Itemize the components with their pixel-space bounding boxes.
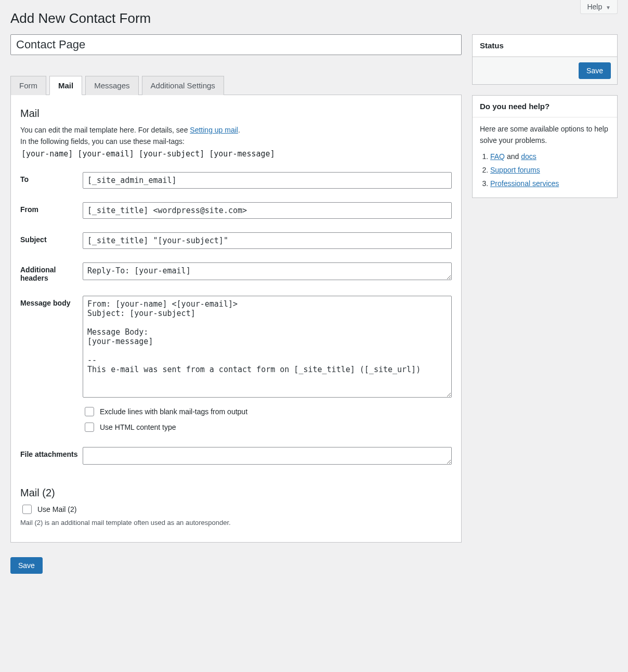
mail2-heading: Mail (2)	[20, 487, 452, 499]
mail-heading: Mail	[20, 108, 452, 120]
save-button-side[interactable]: Save	[579, 62, 611, 79]
to-label: To	[20, 172, 83, 183]
help-title: Do you need help?	[473, 96, 617, 117]
faq-link[interactable]: FAQ	[490, 152, 505, 161]
exclude-blank-checkbox[interactable]	[85, 407, 94, 416]
use-html-checkbox[interactable]	[85, 423, 94, 432]
list-item: Support forums	[490, 165, 610, 176]
use-mail2-checkbox[interactable]	[22, 505, 32, 514]
use-html-label: Use HTML content type	[100, 423, 176, 431]
setting-up-mail-link[interactable]: Setting up mail	[190, 126, 238, 134]
professional-services-link[interactable]: Professional services	[490, 179, 559, 188]
tab-bar: Form Mail Messages Additional Settings	[10, 76, 462, 95]
and-text: and	[505, 152, 521, 161]
list-item: FAQ and docs	[490, 151, 610, 163]
file-attachments-input[interactable]	[83, 447, 452, 465]
chevron-down-icon: ▼	[606, 5, 611, 10]
to-input[interactable]	[83, 172, 452, 189]
from-input[interactable]	[83, 202, 452, 219]
save-button-bottom[interactable]: Save	[10, 557, 43, 574]
mail-intro-text: You can edit the mail template here. For…	[20, 126, 190, 134]
subject-input[interactable]	[83, 232, 452, 249]
help-intro: Here are some available options to help …	[480, 124, 610, 146]
status-postbox: Status Save	[472, 34, 618, 85]
tab-additional-settings[interactable]: Additional Settings	[142, 76, 224, 95]
mail-intro-line2: In the following fields, you can use the…	[20, 137, 185, 146]
exclude-blank-label: Exclude lines with blank mail-tags from …	[100, 407, 247, 416]
list-item: Professional services	[490, 178, 610, 190]
mail-intro: You can edit the mail template here. For…	[20, 125, 452, 147]
form-title-input[interactable]	[10, 34, 462, 55]
message-body-label: Message body	[20, 296, 83, 307]
mail2-note: Mail (2) is an additional mail template …	[20, 519, 452, 526]
use-mail2-label: Use Mail (2)	[37, 505, 76, 513]
tab-messages[interactable]: Messages	[85, 76, 138, 95]
from-label: From	[20, 202, 83, 214]
status-title: Status	[473, 35, 617, 57]
page-title: Add New Contact Form	[10, 0, 618, 34]
docs-link[interactable]: docs	[521, 152, 537, 161]
tab-form[interactable]: Form	[10, 76, 46, 95]
help-postbox: Do you need help? Here are some availabl…	[472, 95, 618, 198]
additional-headers-input[interactable]	[83, 262, 452, 280]
support-forums-link[interactable]: Support forums	[490, 166, 540, 174]
mail-intro-period: .	[238, 126, 240, 134]
mail-panel: Mail You can edit the mail template here…	[10, 95, 462, 543]
subject-label: Subject	[20, 232, 83, 244]
tab-mail[interactable]: Mail	[49, 76, 82, 95]
help-screen-tab[interactable]: Help ▼	[580, 0, 618, 14]
message-body-input[interactable]	[83, 296, 452, 398]
additional-headers-label: Additional headers	[20, 262, 83, 282]
help-label: Help	[587, 3, 602, 11]
mail-tags: [your-name] [your-email] [your-subject] …	[21, 149, 452, 159]
file-attachments-label: File attachments	[20, 447, 83, 458]
